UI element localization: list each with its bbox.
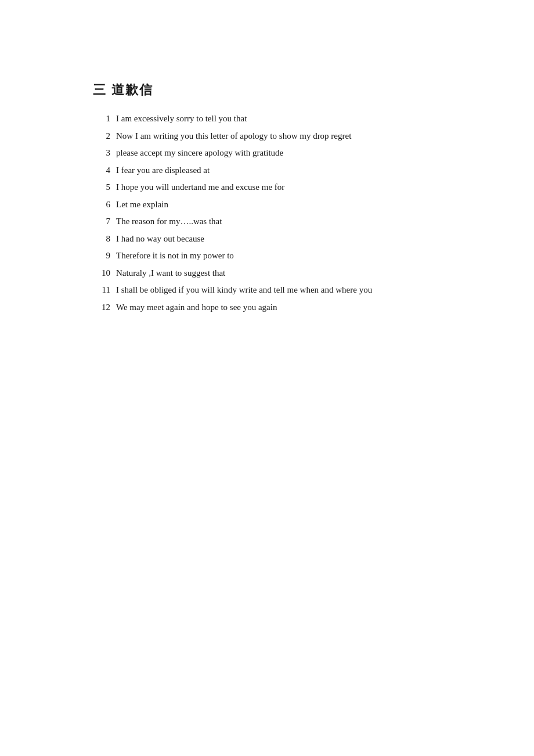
item-text: I shall be obliged if you will kindy wri… [116,283,372,298]
item-text: I had no way out because [116,232,204,247]
item-text: I am excessively sorry to tell you that [116,111,247,127]
item-text: Therefore it is not in my power to [116,249,234,264]
item-number: 8 [93,232,110,247]
item-number: 10 [93,266,110,281]
item-text: The reason for my…..was that [116,214,222,229]
list-item: 7The reason for my…..was that [93,214,441,229]
item-number: 2 [93,129,110,144]
list-item: 5I hope you will undertand me and excuse… [93,180,441,195]
item-text: Naturaly ,I want to suggest that [116,266,225,281]
item-number: 1 [93,111,110,127]
phrase-list: 1I am excessively sorry to tell you that… [93,111,441,315]
list-item: 1I am excessively sorry to tell you that [93,111,441,127]
list-item: 8I had no way out because [93,232,441,247]
page-container: 三 道歉信 1I am excessively sorry to tell yo… [0,0,534,756]
list-item: 9Therefore it is not in my power to [93,249,441,264]
item-number: 6 [93,197,110,213]
item-text: I fear you are displeased at [116,163,210,178]
list-item: 3please accept my sincere apology with g… [93,146,441,161]
item-number: 4 [93,163,110,178]
item-number: 7 [93,214,110,229]
list-item: 10Naturaly ,I want to suggest that [93,266,441,281]
list-item: 6Let me explain [93,197,441,213]
item-number: 11 [93,283,110,298]
item-text: I hope you will undertand me and excuse … [116,180,284,195]
item-number: 3 [93,146,110,161]
item-text: We may meet again and hope to see you ag… [116,300,277,315]
list-item: 4I fear you are displeased at [93,163,441,178]
list-item: 12We may meet again and hope to see you … [93,300,441,315]
item-text: Now I am writing you this letter of apol… [116,129,351,144]
item-number: 12 [93,300,110,315]
item-number: 5 [93,180,110,195]
list-item: 11I shall be obliged if you will kindy w… [93,283,441,298]
section-title: 三 道歉信 [93,81,441,99]
item-text: please accept my sincere apology with gr… [116,146,283,161]
item-text: Let me explain [116,197,168,213]
list-item: 2Now I am writing you this letter of apo… [93,129,441,144]
item-number: 9 [93,249,110,264]
